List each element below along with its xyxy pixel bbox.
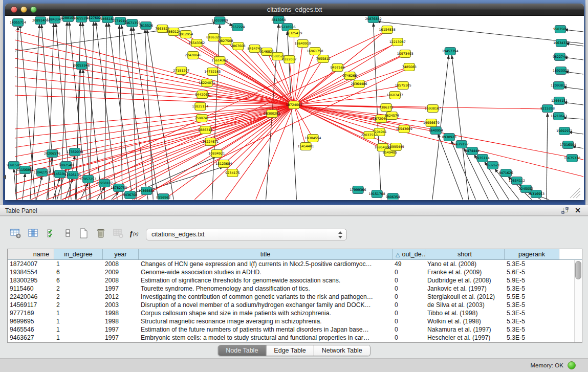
graph-edge[interactable] <box>119 25 122 200</box>
network-window-titlebar[interactable]: citations_edges.txt <box>5 4 584 16</box>
column-header-title[interactable]: title <box>139 249 393 259</box>
graph-edge[interactable] <box>547 113 548 200</box>
table-row[interactable]: 1830029562008Estimation of significance … <box>8 276 582 285</box>
graph-node-label: 13224671 <box>202 140 219 143</box>
column-header-short[interactable]: short <box>425 249 505 259</box>
graph-node-label: 7632621 <box>486 163 500 167</box>
graph-node-label: 16961758 <box>307 49 323 53</box>
table-row[interactable]: 1456911722003Disruption of a novel membe… <box>8 301 582 309</box>
graph-edge[interactable] <box>294 105 583 177</box>
graph-edge[interactable] <box>15 105 294 193</box>
graph-edge[interactable] <box>294 105 306 146</box>
table-row[interactable]: 977716911998Corpus callosum shape and si… <box>8 309 582 317</box>
graph-node-label: 22420046 <box>185 53 201 57</box>
graph-edge[interactable] <box>563 118 583 119</box>
graph-edge[interactable] <box>15 105 294 138</box>
graph-edge[interactable] <box>16 27 18 200</box>
table-cell: 14569117 <box>8 301 54 309</box>
table-cell: 1 <box>54 260 103 268</box>
table-cell: 5.5E-5 <box>505 293 559 301</box>
graph-edge[interactable] <box>374 23 381 200</box>
column-visibility-icon[interactable] <box>27 227 40 240</box>
graph-edge[interactable] <box>104 23 106 200</box>
graph-node-label: 11325419 <box>286 31 302 35</box>
network-window[interactable]: citations_edges.txt 14055714208914061884… <box>5 4 584 200</box>
table-cell: 2003 <box>103 301 139 309</box>
graph-edge[interactable] <box>294 68 337 105</box>
graph-edge[interactable] <box>15 31 294 105</box>
column-header-label: in_degree <box>64 251 93 258</box>
graph-node-label: 9806354 <box>386 195 400 199</box>
graph-edge[interactable] <box>377 21 583 43</box>
column-header-name[interactable]: name <box>8 249 54 259</box>
table-cell: 9115460 <box>8 285 54 293</box>
network-canvas[interactable]: 1405571420891406188433479288105106552871… <box>5 16 584 200</box>
table-panel-header: Table Panel ✕ <box>0 205 588 216</box>
graph-edge[interactable] <box>147 30 173 200</box>
graph-edge[interactable] <box>15 77 294 105</box>
table-row[interactable]: 946554611997Estimation of the future num… <box>8 325 582 334</box>
memory-status-icon <box>568 361 576 369</box>
graph-edge[interactable] <box>15 105 294 157</box>
resize-grip-icon[interactable] <box>570 188 580 198</box>
table-row[interactable]: 2242004622012Investigating the contribut… <box>8 293 582 301</box>
table-header: namein_degreeyeartitle△out_de…shortpager… <box>8 249 582 260</box>
graph-node-label: 12444151 <box>551 99 568 102</box>
table-settings-icon[interactable] <box>9 227 23 240</box>
resize-grip-icon[interactable] <box>573 191 580 198</box>
graph-edge[interactable] <box>30 31 386 200</box>
column-header-pagerank[interactable]: pagerank <box>505 249 559 259</box>
network-graph[interactable]: 1405571420891406188433479288105106552871… <box>5 16 584 200</box>
graph-edge[interactable] <box>294 105 434 129</box>
column-header-out_de[interactable]: △out_de… <box>393 249 425 259</box>
table-row[interactable]: 911546021997Tourette syndrome. Phenomeno… <box>8 285 582 293</box>
graph-edge[interactable] <box>23 173 25 200</box>
graph-edge[interactable] <box>145 30 153 200</box>
graph-edge[interactable] <box>15 68 294 105</box>
close-panel-icon[interactable]: ✕ <box>575 206 581 214</box>
graph-edge[interactable] <box>121 25 148 200</box>
graph-edge[interactable] <box>563 102 583 105</box>
table-cell: 1997 <box>103 334 139 342</box>
table-cell: 0 <box>393 276 425 285</box>
table-row[interactable]: 1872400712008Changes of HCN gene express… <box>8 260 582 268</box>
graph-node-label: 9827508 <box>219 39 233 42</box>
graph-node-label: 12213987 <box>389 40 406 43</box>
table-cell: 1997 <box>103 325 139 334</box>
table-cell: 0 <box>393 301 425 309</box>
graph-node-label: 7485083 <box>402 65 417 69</box>
vertical-scrollbar[interactable] <box>574 260 582 342</box>
table-cell: Embryonic stem cells: a model to study s… <box>139 334 393 342</box>
graph-node-label: 20053346 <box>73 63 90 67</box>
table-row[interactable]: 946362711997Embryonic stem cells: a mode… <box>8 334 582 342</box>
graph-edge[interactable] <box>212 72 294 105</box>
table-cell: 9699695 <box>8 317 54 325</box>
select-rows-icon[interactable] <box>45 227 58 240</box>
table-row[interactable]: 1938455462009Genome-wide association stu… <box>8 268 582 276</box>
tab-network-table[interactable]: Network Table <box>314 345 370 356</box>
column-header-year[interactable]: year <box>103 249 139 259</box>
table-cell: 1 <box>54 317 103 325</box>
table-cell: Structural magnetic resonance image aver… <box>139 317 393 325</box>
new-table-icon[interactable] <box>77 227 90 240</box>
graph-edge[interactable] <box>89 22 94 200</box>
tab-edge-table[interactable]: Edge Table <box>266 345 313 356</box>
float-window-icon[interactable] <box>561 207 569 214</box>
delete-rows-icon[interactable] <box>94 227 107 240</box>
scrollbar-thumb[interactable] <box>575 261 581 279</box>
graph-edge[interactable] <box>452 55 469 200</box>
tab-node-table[interactable]: Node Table <box>218 345 266 356</box>
graph-edge[interactable] <box>181 71 294 105</box>
graph-node-label: 16224071 <box>199 81 215 84</box>
graph-edge[interactable] <box>563 87 583 90</box>
panel-collapse-arrow-icon[interactable] <box>3 174 6 180</box>
row-height-icon[interactable] <box>61 227 75 240</box>
table-row[interactable]: 969969511998Structural magnetic resonanc… <box>8 317 582 325</box>
graph-node-label: 22037553 <box>361 133 378 137</box>
function-builder-icon[interactable]: f(x) <box>129 227 142 240</box>
network-table-select[interactable]: citations_edges.txt <box>146 229 347 240</box>
graph-node-label: 8549405 <box>383 150 397 154</box>
table-cell: Estimation of the future numbers of pati… <box>139 325 393 334</box>
column-header-in_degree[interactable]: in_degree <box>54 249 103 259</box>
graph-edge[interactable] <box>572 146 583 148</box>
